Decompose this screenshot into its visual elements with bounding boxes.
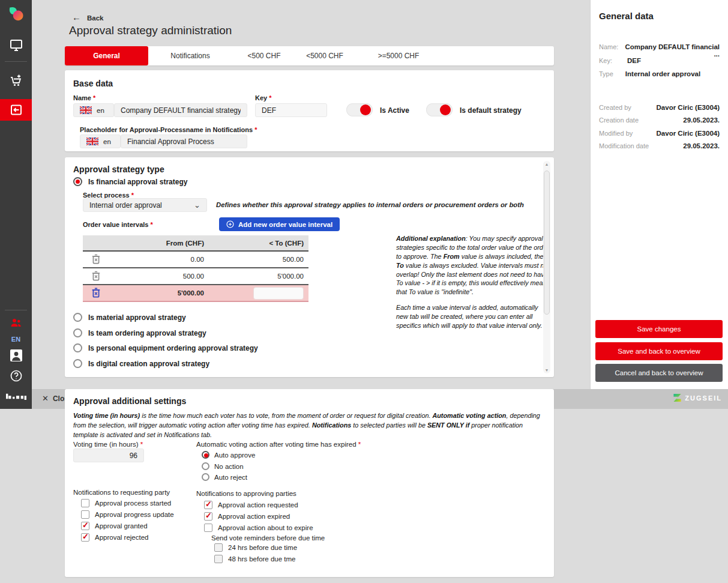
checkbox-24hrs-reminder[interactable]: 24 hrs before due time xyxy=(214,543,297,552)
radio-icon xyxy=(73,328,82,337)
delete-interval-button[interactable] xyxy=(90,270,102,282)
radio-digital-creation-strategy[interactable]: Is digital creation approval strategy xyxy=(73,359,209,368)
sidebar-item-dashboard[interactable] xyxy=(0,35,32,55)
language-selector[interactable]: EN xyxy=(0,336,32,343)
close-icon: ✕ xyxy=(42,394,49,403)
delete-interval-button[interactable] xyxy=(90,287,102,299)
checkbox-action-requested[interactable]: Approval action requested xyxy=(204,501,298,509)
tab-notifications[interactable]: Notifications xyxy=(148,46,232,65)
checkbox-action-about-to-expire[interactable]: Approval action about to expire xyxy=(204,524,313,532)
avatar-icon xyxy=(9,348,23,363)
sidebar-divider xyxy=(5,61,27,62)
scrollbar-thumb[interactable] xyxy=(544,171,550,315)
interval-to-value: 500.00 xyxy=(204,256,308,263)
placeholder-input[interactable] xyxy=(121,134,247,148)
interval-to-input[interactable] xyxy=(253,287,304,300)
app-logo[interactable] xyxy=(0,4,32,26)
radio-financial-strategy[interactable]: Is financial approval strategy xyxy=(73,177,187,186)
sidebar-item-ordering[interactable] xyxy=(0,70,32,91)
trash-x-icon xyxy=(90,253,102,265)
voting-time-input[interactable] xyxy=(73,449,144,462)
save-changes-button[interactable]: Save changes xyxy=(595,320,723,338)
interval-row: 0.00 500.00 xyxy=(83,252,308,268)
row-label: Creation date xyxy=(599,116,639,124)
checkbox-icon xyxy=(214,543,223,552)
process-select[interactable]: Internal order approval ⌄ xyxy=(83,198,207,212)
tab-lt500chf[interactable]: <500 CHF xyxy=(232,46,296,65)
name-language-chip[interactable]: en xyxy=(73,103,114,117)
additional-heading: Approval additional settings xyxy=(73,396,186,406)
page-title: Approval strategy administration xyxy=(69,24,232,37)
panel-scrollbar[interactable]: ▲ ▼ xyxy=(543,161,550,373)
delete-interval-button[interactable] xyxy=(90,253,102,265)
radio-label: Is team ordering approval strategy xyxy=(88,329,206,337)
is-default-label: Is default strategy xyxy=(460,106,522,115)
header-to-cell: < To (CHF) xyxy=(204,240,308,247)
additional-settings-panel: Approval additional settings Voting time… xyxy=(65,389,554,577)
help-button[interactable] xyxy=(0,368,32,384)
checkbox-label: Approval progress update xyxy=(95,511,174,518)
key-label: Key xyxy=(255,94,272,101)
radio-auto-reject[interactable]: Auto reject xyxy=(202,473,247,481)
row-value: DEF xyxy=(627,57,720,64)
radio-personal-equipment-strategy[interactable]: Is personal equipment ordering approval … xyxy=(73,343,258,352)
radio-label: Auto reject xyxy=(214,474,247,481)
plus-circle-icon xyxy=(226,220,234,228)
checkbox-process-started[interactable]: Approval process started xyxy=(81,499,171,507)
checkbox-icon xyxy=(214,555,223,563)
scroll-down-arrow[interactable]: ▼ xyxy=(543,368,550,372)
radio-icon xyxy=(202,462,209,470)
save-and-back-button[interactable]: Save and back to overview xyxy=(595,342,723,360)
back-button[interactable]: ←Back xyxy=(72,12,104,22)
checkbox-approval-granted[interactable]: Approval granted xyxy=(81,522,148,530)
radio-label: Is financial approval strategy xyxy=(88,178,187,186)
sidebar-item-team[interactable] xyxy=(0,315,32,331)
tab-lt5000chf[interactable]: <5000 CHF xyxy=(296,46,353,65)
is-active-toggle[interactable] xyxy=(346,103,373,116)
strategy-type-panel: Approval strategy type Is financial appr… xyxy=(65,157,554,377)
checkbox-48hrs-reminder[interactable]: 48 hrs before due tme xyxy=(214,555,296,563)
row-label: Key: xyxy=(599,57,612,64)
uk-flag-icon xyxy=(86,137,98,145)
radio-material-strategy[interactable]: Is material approval strategy xyxy=(73,313,186,322)
name-input[interactable] xyxy=(114,103,247,117)
scroll-up-arrow[interactable]: ▲ xyxy=(543,162,550,166)
row-label: Modification date xyxy=(599,142,649,150)
interval-row: 500.00 5'000.00 xyxy=(83,268,308,285)
sidebar-item-approvals[interactable] xyxy=(0,99,32,121)
auto-action-label: Automatic voting action after voting tim… xyxy=(196,441,361,448)
add-interval-button[interactable]: Add new order value interval xyxy=(219,217,340,231)
placeholder-label: Placeholder for Approval-Processname in … xyxy=(80,126,257,133)
uk-flag-icon xyxy=(80,106,92,114)
app-sidebar: EN xyxy=(0,0,32,409)
trash-x-icon xyxy=(90,270,102,282)
checkbox-label: Approval action requested xyxy=(218,501,298,509)
radio-icon xyxy=(73,313,82,322)
checkbox-label: 24 hrs before due time xyxy=(228,544,297,551)
radio-auto-approve[interactable]: Auto approve xyxy=(202,451,255,459)
checkbox-approval-rejected[interactable]: Approval rejected xyxy=(81,533,149,542)
interval-table: From (CHF) < To (CHF) 0.00 500.00 xyxy=(83,235,308,302)
chevron-down-icon: ⌄ xyxy=(194,201,200,210)
header-from-cell: From (CHF) xyxy=(109,240,204,247)
user-avatar[interactable] xyxy=(0,348,32,363)
checkbox-action-expired[interactable]: Approval action expired xyxy=(204,512,290,521)
approval-return-icon xyxy=(9,103,23,117)
requesting-group-label: Notifications to requesting party xyxy=(73,489,170,496)
general-data-panel: General data Name: Company DEFAULT finan… xyxy=(590,0,728,389)
strategy-heading: Approval strategy type xyxy=(73,165,164,174)
radio-no-action[interactable]: No action xyxy=(202,462,244,470)
is-default-toggle[interactable] xyxy=(426,103,453,116)
cart-plus-icon xyxy=(9,73,23,88)
radio-team-ordering-strategy[interactable]: Is team ordering approval strategy xyxy=(73,328,206,337)
checkbox-progress-update[interactable]: Approval progress update xyxy=(81,510,174,519)
general-data-row: Modification date 29.05.2023. xyxy=(599,142,720,150)
general-data-row: Key: DEF xyxy=(599,57,720,64)
name-label: Name xyxy=(73,94,95,101)
checkbox-label: Approval action about to expire xyxy=(218,524,313,531)
placeholder-language-chip[interactable]: en xyxy=(80,134,121,148)
tab-gte5000chf[interactable]: >=5000 CHF xyxy=(353,46,444,65)
key-input[interactable] xyxy=(255,103,327,117)
cancel-and-back-button[interactable]: Cancel and back to overview xyxy=(595,364,723,382)
tab-general[interactable]: General xyxy=(65,46,148,65)
